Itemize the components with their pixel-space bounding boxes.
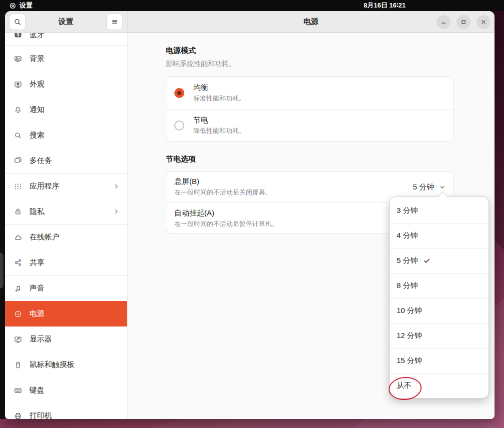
- menu-item-3min[interactable]: 3 分钟: [390, 198, 489, 223]
- menu-item-label: 从不: [397, 381, 412, 390]
- chevron-right-icon: [113, 183, 120, 190]
- music-note-icon: [14, 284, 22, 292]
- minimize-icon: [440, 18, 447, 26]
- desktop-left-strip: [0, 11, 5, 419]
- maximize-button[interactable]: [457, 15, 471, 29]
- keyboard-icon: [14, 386, 22, 394]
- option-power-saver[interactable]: 节电 降低性能和功耗。: [166, 109, 454, 141]
- menu-item-15min[interactable]: 15 分钟: [390, 348, 489, 373]
- sidebar-item-notifications[interactable]: 通知: [5, 97, 127, 122]
- active-app-name: 设置: [19, 1, 32, 10]
- menu-item-12min[interactable]: 12 分钟: [390, 323, 489, 348]
- page-title: 电源: [304, 17, 319, 26]
- row-label: 息屏(B): [174, 177, 413, 186]
- maximize-icon: [460, 18, 467, 26]
- option-label: 均衡: [193, 83, 245, 92]
- menu-item-label: 3 分钟: [397, 206, 418, 216]
- sidebar-item-label: 显示器: [29, 334, 120, 344]
- sidebar-item-label: 通知: [29, 105, 120, 114]
- duration-popover: 3 分钟 4 分钟 5 分钟 8 分钟 10 分钟 12 分钟 15 分钟 从不: [389, 196, 489, 398]
- check-icon: [423, 257, 431, 264]
- row-desc: 在一段时间的不活动后关闭屏幕。: [174, 188, 413, 197]
- active-app-menu[interactable]: 设置: [9, 1, 32, 10]
- sidebar-item-mouse-touchpad[interactable]: 鼠标和触摸板: [5, 352, 127, 378]
- dock-hide-handle[interactable]: [0, 252, 3, 288]
- power-icon: [14, 310, 22, 318]
- sidebar-item-label: 隐私: [29, 207, 105, 216]
- sidebar-item-sound[interactable]: 声音: [5, 276, 127, 301]
- chevron-right-icon: [113, 208, 120, 215]
- cloud-icon: [14, 234, 22, 242]
- search-icon: [14, 132, 22, 140]
- sidebar-item-label: 多任务: [29, 156, 120, 166]
- close-icon: [480, 18, 487, 26]
- option-label: 节电: [193, 116, 245, 125]
- sidebar-item-printers[interactable]: 打印机: [5, 403, 127, 419]
- background-icon: [14, 55, 22, 63]
- sidebar-item-label: 搜索: [29, 130, 120, 140]
- sidebar-item-background[interactable]: 背景: [5, 46, 127, 72]
- app-grid-icon: [14, 182, 22, 190]
- power-mode-card: 均衡 标准性能和功耗。 节电 降低性能和功耗。: [166, 76, 454, 142]
- sidebar-item-label: 背景: [29, 54, 120, 64]
- menu-item-4min[interactable]: 4 分钟: [390, 223, 489, 248]
- sidebar-item-applications[interactable]: 应用程序: [5, 174, 127, 199]
- sidebar-item-label: 鼠标和触摸板: [29, 360, 120, 370]
- sidebar-item-displays[interactable]: 显示器: [5, 326, 127, 352]
- sidebar-header: 设置: [5, 11, 127, 33]
- dropdown-value: 5 分钟: [413, 182, 434, 192]
- menu-item-10min[interactable]: 10 分钟: [390, 298, 489, 323]
- sidebar-item-privacy[interactable]: 隐私: [5, 199, 127, 224]
- search-button[interactable]: [9, 14, 25, 30]
- radio-power-saver[interactable]: [174, 120, 184, 130]
- menu-item-never[interactable]: 从不: [390, 373, 489, 398]
- sidebar-item-label: 共享: [29, 258, 120, 268]
- sidebar-item-label: 蓝牙: [29, 33, 120, 40]
- menu-item-label: 5 分钟: [397, 256, 418, 266]
- bell-icon: [14, 106, 22, 114]
- option-balanced[interactable]: 均衡 标准性能和功耗。: [166, 77, 454, 109]
- sidebar-list: 蓝牙 背景 外观 通知: [5, 33, 127, 419]
- power-mode-subheading: 影响系统性能和功耗。: [166, 60, 495, 68]
- sidebar: 设置 蓝牙 背景: [5, 11, 127, 419]
- sidebar-item-label: 在线帐户: [29, 232, 120, 242]
- sidebar-item-bluetooth[interactable]: 蓝牙: [5, 33, 127, 46]
- screen-blank-dropdown[interactable]: 5 分钟: [413, 182, 446, 192]
- menu-item-8min[interactable]: 8 分钟: [390, 273, 489, 298]
- settings-gear-icon: [9, 2, 16, 10]
- shell-clock[interactable]: 8月16日 16∶21: [364, 1, 406, 10]
- shell-top-bar: 设置 8月16日 16∶21: [0, 0, 504, 11]
- window-controls: [437, 11, 491, 33]
- bluetooth-icon: [14, 33, 22, 38]
- sidebar-item-search[interactable]: 搜索: [5, 122, 127, 148]
- close-button[interactable]: [477, 15, 491, 29]
- menu-item-label: 12 分钟: [397, 331, 422, 340]
- appearance-icon: [14, 80, 22, 88]
- sidebar-item-label: 声音: [29, 284, 120, 293]
- menu-item-label: 10 分钟: [397, 306, 422, 316]
- search-icon: [13, 18, 21, 26]
- option-desc: 降低性能和功耗。: [193, 126, 245, 136]
- mouse-icon: [14, 361, 22, 369]
- sidebar-item-power[interactable]: 电源: [5, 301, 127, 326]
- sidebar-item-multitasking[interactable]: 多任务: [5, 148, 127, 174]
- menu-item-label: 8 分钟: [397, 281, 418, 290]
- sidebar-item-keyboard[interactable]: 键盘: [5, 378, 127, 403]
- main-menu-button[interactable]: [106, 14, 123, 30]
- sidebar-item-appearance[interactable]: 外观: [5, 72, 127, 97]
- sidebar-item-label: 外观: [29, 80, 120, 89]
- power-saving-heading: 节电选项: [166, 154, 495, 164]
- menu-item-label: 4 分钟: [397, 231, 418, 240]
- printer-icon: [14, 412, 22, 420]
- sidebar-item-sharing[interactable]: 共享: [5, 250, 127, 276]
- sidebar-item-label: 应用程序: [29, 182, 105, 191]
- option-desc: 标准性能和功耗。: [193, 94, 245, 103]
- minimize-button[interactable]: [437, 15, 451, 29]
- radio-balanced[interactable]: [174, 88, 184, 98]
- sidebar-item-online-accounts[interactable]: 在线帐户: [5, 224, 127, 250]
- sidebar-item-label: 键盘: [29, 386, 120, 395]
- sidebar-title: 设置: [25, 17, 106, 26]
- menu-item-5min[interactable]: 5 分钟: [390, 248, 489, 273]
- chevron-down-icon: [439, 184, 446, 190]
- menu-item-label: 15 分钟: [397, 356, 422, 366]
